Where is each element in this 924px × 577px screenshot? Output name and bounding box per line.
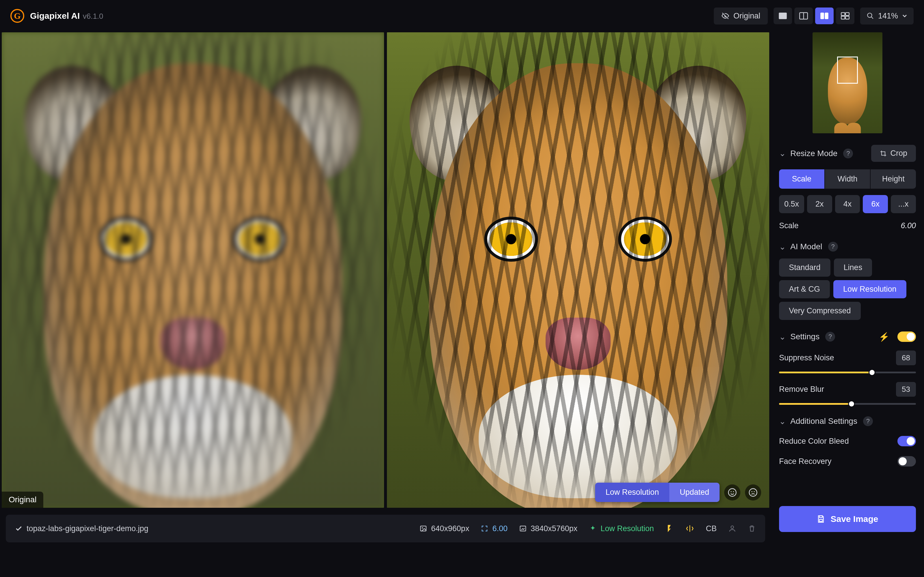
eye-off-icon	[721, 12, 729, 20]
preset-custom[interactable]: ...x	[891, 195, 916, 213]
original-tag: Original	[2, 492, 43, 508]
side-by-side-icon[interactable]	[815, 8, 834, 24]
svg-rect-6	[845, 13, 849, 16]
svg-point-16	[754, 491, 754, 492]
remove-blur-row: Remove Blur 53	[779, 382, 916, 405]
original-pane[interactable]: Original	[2, 32, 384, 508]
status-scale: 6.00	[481, 524, 507, 533]
feedback-sad-icon[interactable]	[745, 484, 761, 501]
grid-view-icon[interactable]	[836, 8, 855, 24]
preset-2x[interactable]: 2x	[807, 195, 832, 213]
suppress-noise-slider[interactable]	[779, 372, 916, 373]
crop-button[interactable]: Crop	[871, 145, 916, 162]
svg-point-15	[751, 491, 752, 492]
model-status-pill[interactable]: Low Resolution Updated	[595, 483, 720, 502]
ai-model-title: AI Model	[790, 242, 822, 251]
preset-4x[interactable]: 4x	[835, 195, 860, 213]
sparkle-icon	[589, 525, 596, 532]
additional-settings-header[interactable]: ⌄ Additional Settings ?	[779, 416, 916, 426]
scale-presets: 0.5x 2x 4x 6x ...x	[779, 195, 916, 213]
additional-settings-title: Additional Settings	[790, 417, 857, 426]
model-art-cg[interactable]: Art & CG	[779, 280, 830, 298]
show-original-label: Original	[733, 11, 760, 21]
show-original-toggle[interactable]: Original	[714, 8, 768, 24]
zoom-value: 141%	[878, 11, 898, 21]
resize-mode-header[interactable]: ⌄ Resize Mode ? Crop	[779, 145, 916, 162]
comparison-viewer[interactable]: Original Low Resolution Updated	[2, 32, 769, 508]
svg-point-11	[729, 488, 736, 496]
app-logo: G	[10, 9, 24, 23]
expand-icon	[481, 525, 488, 532]
svg-rect-0	[779, 13, 787, 19]
svg-rect-17	[420, 526, 426, 531]
svg-point-18	[422, 527, 423, 529]
settings-title: Settings	[790, 332, 819, 341]
navigator-thumbnail[interactable]	[813, 32, 882, 133]
top-bar: G Gigapixel AI v6.1.0 Original 141%	[0, 0, 924, 32]
ai-model-header[interactable]: ⌄ AI Model ?	[779, 242, 916, 251]
preset-0-5x[interactable]: 0.5x	[779, 195, 804, 213]
chevron-down-icon: ⌄	[779, 242, 786, 251]
help-icon[interactable]: ?	[863, 416, 873, 426]
model-low-res[interactable]: Low Resolution	[834, 280, 906, 298]
status-filename: topaz-labs-gigapixel-tiger-demo.jpg	[15, 524, 149, 533]
suppress-noise-value[interactable]: 68	[896, 351, 916, 365]
chevron-down-icon: ⌄	[779, 417, 786, 426]
processed-pane[interactable]: Low Resolution Updated	[387, 32, 769, 508]
help-icon[interactable]: ?	[843, 148, 853, 158]
svg-rect-21	[819, 516, 822, 517]
scale-value: 6.00	[901, 221, 916, 230]
chevron-down-icon	[902, 13, 907, 18]
split-vertical-icon[interactable]	[794, 8, 813, 24]
reduce-color-bleed-toggle[interactable]	[897, 436, 916, 446]
svg-rect-3	[821, 13, 824, 19]
tab-scale[interactable]: Scale	[779, 169, 824, 189]
status-model: Low Resolution	[589, 524, 654, 533]
svg-rect-5	[841, 13, 845, 16]
tab-height[interactable]: Height	[871, 169, 916, 189]
zoom-dropdown[interactable]: 141%	[860, 8, 914, 24]
suppress-noise-row: Suppress Noise 68	[779, 351, 916, 373]
check-icon	[15, 525, 23, 532]
settings-panel: ⌄ Resize Mode ? Crop Scale Width Height …	[771, 32, 924, 542]
face-recovery-toggle[interactable]	[897, 456, 916, 466]
status-face-icon[interactable]	[728, 524, 736, 533]
save-icon	[817, 515, 825, 523]
navigator-viewport[interactable]	[837, 56, 858, 84]
magnifier-icon	[867, 12, 874, 19]
help-icon[interactable]: ?	[825, 332, 835, 342]
crop-icon	[880, 150, 887, 157]
delete-button[interactable]	[748, 524, 756, 533]
status-auto-icon[interactable]	[665, 524, 674, 533]
bolt-icon: ⚡	[879, 332, 889, 342]
svg-rect-7	[841, 16, 845, 19]
svg-point-20	[731, 526, 733, 529]
chevron-down-icon: ⌄	[779, 332, 786, 342]
resize-mode-title: Resize Mode	[790, 149, 837, 158]
model-lines[interactable]: Lines	[834, 258, 872, 277]
single-view-icon[interactable]	[774, 8, 792, 24]
remove-blur-slider[interactable]	[779, 403, 916, 405]
svg-point-13	[733, 491, 734, 492]
auto-settings-toggle[interactable]	[897, 332, 916, 342]
save-image-button[interactable]: Save Image	[779, 506, 916, 532]
model-very-compressed[interactable]: Very Compressed	[779, 302, 861, 320]
status-src-dimensions: 640x960px	[420, 524, 469, 533]
preset-6x[interactable]: 6x	[863, 195, 888, 213]
status-out-dimensions: 3840x5760px	[519, 524, 577, 533]
reduce-color-bleed-label: Reduce Color Bleed	[779, 437, 849, 446]
svg-rect-22	[819, 519, 822, 522]
settings-header[interactable]: ⌄ Settings ? ⚡	[779, 332, 916, 342]
remove-blur-value[interactable]: 53	[896, 382, 916, 397]
help-icon[interactable]: ?	[828, 242, 838, 251]
svg-line-10	[871, 17, 873, 19]
model-standard[interactable]: Standard	[779, 258, 830, 277]
face-recovery-label: Face Recovery	[779, 457, 832, 466]
scale-label: Scale	[779, 221, 799, 230]
svg-point-14	[749, 488, 757, 496]
tab-width[interactable]: Width	[825, 169, 870, 189]
status-bar: topaz-labs-gigapixel-tiger-demo.jpg 640x…	[6, 515, 765, 542]
status-compare-icon[interactable]	[685, 524, 694, 533]
view-layout-switcher	[774, 8, 855, 24]
feedback-happy-icon[interactable]	[724, 484, 740, 501]
